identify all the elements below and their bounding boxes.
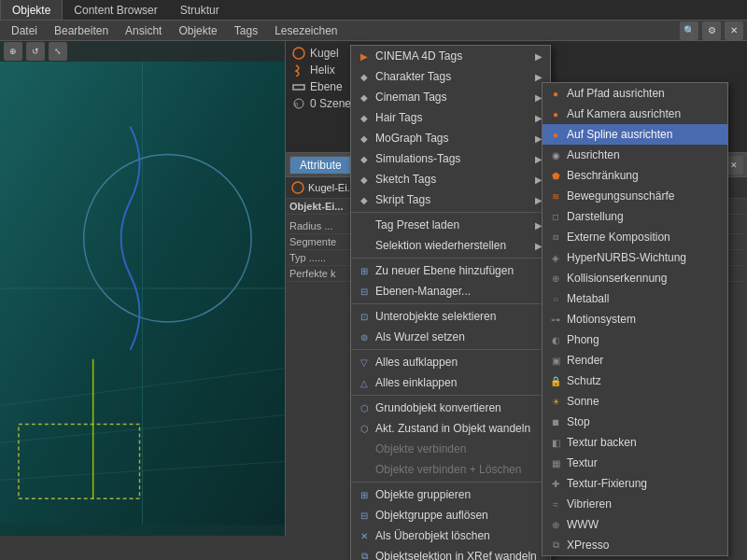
menu-unterobjekte[interactable]: ⊡ Unterobjekte selektieren: [351, 306, 550, 327]
menu-ansicht[interactable]: Ansicht: [118, 22, 169, 39]
menu-aufklappen[interactable]: ▽ Alles aufklappen: [351, 352, 550, 372]
menu-stop[interactable]: ⏹ Stop: [543, 412, 727, 432]
submenu-arrow-2: ▶: [535, 72, 543, 82]
xpresso-icon: ⧉: [548, 538, 563, 553]
menu-simulations-tags[interactable]: ◆ Simulations-Tags ▶: [351, 148, 550, 169]
menu-metaball[interactable]: ○ Metaball: [543, 288, 727, 309]
menu-beschraenkung[interactable]: ⬟ Beschränkung: [543, 165, 727, 186]
tab-content-browser[interactable]: Content Browser: [63, 0, 168, 20]
menu-bar: Datei Bearbeiten Ansicht Objekte Tags Le…: [0, 21, 747, 41]
align-icon: ◉: [548, 147, 563, 162]
menu-darstellung[interactable]: □ Darstellung: [543, 206, 727, 227]
menu-skript-tags[interactable]: ◆ Skript Tags ▶: [351, 189, 550, 210]
cineman-icon: ◆: [357, 90, 372, 105]
separator-3: [351, 303, 550, 304]
display-icon: □: [548, 209, 563, 224]
motion-icon: ⊶: [548, 312, 563, 327]
render-icon: ▣: [548, 353, 563, 368]
menu-xpresso[interactable]: ⧉ XPresso: [543, 535, 727, 555]
del-parent-icon: ✕: [357, 528, 372, 543]
menu-schutz[interactable]: 🔒 Schutz: [543, 371, 727, 391]
context-menu-2: ● Auf Pfad ausrichten ● Auf Kamera ausri…: [542, 82, 728, 556]
menu-textur-backen[interactable]: ◧ Textur backen: [543, 432, 727, 453]
menu-verbinden: Objekte verbinden: [351, 439, 550, 459]
sel-icon: [357, 238, 372, 253]
menu-wurzel-setzen[interactable]: ⊚ Als Wurzel setzen: [351, 327, 550, 347]
separator-4: [351, 349, 550, 350]
menu-auf-kamera[interactable]: ● Auf Kamera ausrichten: [543, 104, 727, 124]
menu-bewegungsunschaerfe[interactable]: ≋ Bewegungsunschärfe: [543, 186, 727, 206]
menu-hypernurbs[interactable]: ◈ HyperNURBS-Wichtung: [543, 247, 727, 268]
viewport[interactable]: ⊕ ↺ ⤡: [0, 41, 286, 536]
menu-www[interactable]: ⊕ WWW: [543, 514, 727, 535]
root-icon: ⊚: [357, 329, 372, 344]
menu-render[interactable]: ▣ Render: [543, 350, 727, 371]
menu-aufloesen[interactable]: ⊟ Objektgruppe auflösen: [351, 505, 550, 525]
menu-motionsystem[interactable]: ⊶ Motionsystem: [543, 309, 727, 329]
menu-textur-fixierung[interactable]: ✚ Textur-Fixierung: [543, 473, 727, 494]
tab-objekte[interactable]: Objekte: [0, 0, 63, 20]
menu-auf-pfad[interactable]: ● Auf Pfad ausrichten: [543, 83, 727, 104]
menu-gruppieren[interactable]: ⊞ Objekte gruppieren: [351, 484, 550, 505]
settings-icon[interactable]: ⚙: [702, 21, 721, 40]
close-icon[interactable]: ✕: [725, 21, 743, 40]
group-icon: ⊞: [357, 487, 372, 502]
ungroup-icon: ⊟: [357, 508, 372, 523]
menu-selektion[interactable]: Selektion wiederherstellen ▶: [351, 235, 550, 256]
menu-kollision[interactable]: ⊕ Kollisionserkennung: [543, 268, 727, 288]
menu-externe-komposition[interactable]: ⧈ Externe Komposition: [543, 227, 727, 247]
menu-datei[interactable]: Datei: [4, 22, 45, 39]
menu-charakter-tags[interactable]: ◆ Charakter Tags ▶: [351, 66, 550, 87]
search-icon[interactable]: 🔍: [680, 21, 698, 40]
sketch-icon: ◆: [357, 172, 372, 187]
menu-cinema4d-tags[interactable]: ▶ CINEMA 4D Tags ▶: [351, 46, 550, 66]
collision-icon: ⊕: [548, 271, 563, 286]
menu-bearbeiten[interactable]: Bearbeiten: [47, 22, 116, 39]
tab-struktur[interactable]: Struktur: [169, 0, 231, 20]
viewport-scale-icon[interactable]: ⤡: [49, 42, 67, 61]
separator-6: [351, 482, 550, 483]
tex-fix-icon: ✚: [548, 476, 563, 491]
menu-hair-tags[interactable]: ◆ Hair Tags ▶: [351, 107, 550, 128]
menu-tags[interactable]: Tags: [227, 22, 265, 39]
menu-ebenen-manager[interactable]: ⊟ Ebenen-Manager...: [351, 281, 550, 301]
menu-textur[interactable]: ▦ Textur: [543, 453, 727, 473]
menu-auf-spline[interactable]: ● Auf Spline ausrichten: [543, 124, 727, 145]
tab-attribute[interactable]: Attribute: [289, 156, 352, 174]
svg-point-13: [292, 182, 303, 193]
menu-sketch-tags[interactable]: ◆ Sketch Tags ▶: [351, 169, 550, 189]
menu-vibrieren[interactable]: ≈ Vibrieren: [543, 494, 727, 514]
menu-zustand[interactable]: ⬡ Akt. Zustand in Objekt wandeln: [351, 418, 550, 439]
skript-icon: ◆: [357, 192, 372, 207]
viewport-rotate-icon[interactable]: ↺: [26, 42, 45, 61]
menu-ueberobjekt-loeschen[interactable]: ✕ Als Überobjekt löschen: [351, 525, 550, 546]
submenu-arrow: ▶: [535, 51, 543, 62]
menu-ausrichten[interactable]: ◉ Ausrichten: [543, 145, 727, 165]
viewport-nav-icon[interactable]: ⊕: [4, 42, 22, 61]
svg-rect-10: [293, 85, 304, 90]
sim-icon: ◆: [357, 151, 372, 166]
menu-objekte[interactable]: Objekte: [171, 22, 224, 39]
collapse-icon: △: [357, 375, 372, 390]
pfad-icon: ●: [548, 86, 563, 101]
separator-1: [351, 212, 550, 213]
texture-icon: ▦: [548, 455, 563, 470]
menu-mograph-tags[interactable]: ◆ MoGraph Tags ▶: [351, 128, 550, 148]
menu-cineman-tags[interactable]: ◆ Cineman Tags ▶: [351, 87, 550, 107]
menu-xref[interactable]: ⧉ Objektselektion in XRef wandeln: [351, 546, 550, 560]
menu-tag-preset[interactable]: Tag Preset laden ▶: [351, 215, 550, 235]
menu-neue-ebene[interactable]: ⊞ Zu neuer Ebene hinzufügen: [351, 260, 550, 281]
mograph-icon: ◆: [357, 131, 372, 146]
protect-icon: 🔒: [548, 373, 563, 388]
xref-icon: ⧉: [357, 549, 372, 560]
menu-einklappen[interactable]: △ Alles einklappen: [351, 372, 550, 393]
stop-icon: ⏹: [548, 414, 563, 429]
menu-lesezeichen[interactable]: Lesezeichen: [267, 22, 345, 39]
menu-sonne[interactable]: ☀ Sonne: [543, 391, 727, 412]
menu-phong[interactable]: ◐ Phong: [543, 329, 727, 350]
cinema4d-icon: ▶: [357, 49, 372, 63]
separator-5: [351, 395, 550, 396]
svg-text:0: 0: [295, 102, 299, 107]
child-sel-icon: ⊡: [357, 309, 372, 324]
menu-grundobjekt[interactable]: ⬡ Grundobjekt konvertieren: [351, 398, 550, 418]
